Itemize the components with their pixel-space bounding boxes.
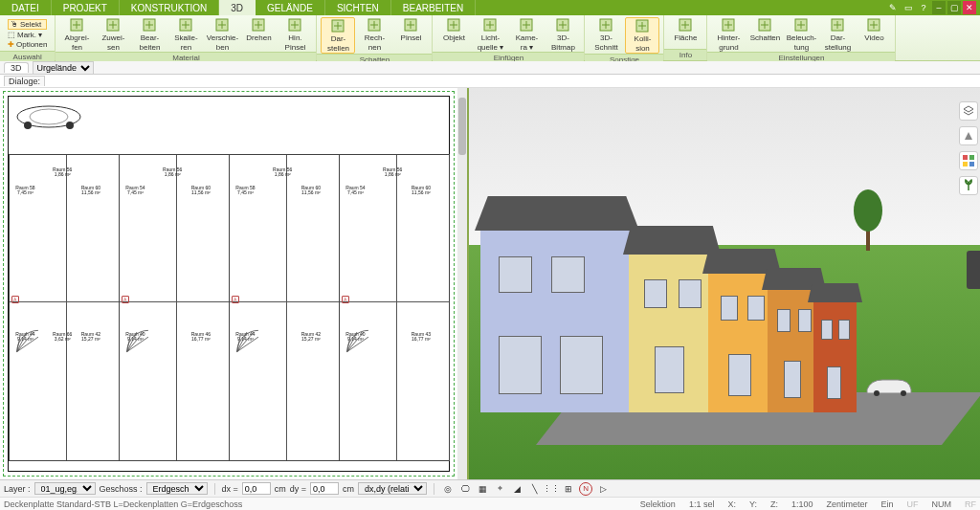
maximize-button[interactable]: ▢ [947, 1, 961, 14]
room-label: Raum 561,86 m² [383, 167, 402, 177]
dx-input[interactable] [242, 482, 271, 495]
ribbon-einfuegen-kame[interactable]: Kame-ra ▾ [509, 17, 544, 52]
ribbon-material-verschie[interactable]: Verschie-ben [205, 17, 239, 52]
ribbon-group-info: Info [664, 49, 706, 60]
circle-n-icon[interactable]: N [579, 482, 592, 496]
svg-point-28 [874, 390, 880, 396]
status-x: X: [727, 499, 736, 509]
room-label: Raum 663,62 m² [53, 332, 72, 342]
side-pulltab[interactable] [967, 251, 980, 289]
house-3 [768, 290, 820, 412]
selekt-button[interactable]: 🖱Selekt [8, 19, 47, 30]
stair-icon [125, 301, 158, 381]
ruler-icon[interactable]: ╲ [527, 482, 541, 496]
grid2-icon[interactable]: ⊞ [562, 482, 575, 496]
house-1 [629, 255, 715, 412]
monitor-icon[interactable]: 🖵 [458, 482, 472, 496]
mark-button[interactable]: ⬚Mark. ▾ [8, 31, 47, 39]
ribbon-einfuegen-licht[interactable]: Licht-quelle ▾ [473, 17, 507, 52]
snap-icon[interactable]: ⌖ [493, 482, 506, 496]
status-rf: RF [965, 499, 976, 509]
ribbon-info-flche[interactable]: Fläche [668, 17, 702, 49]
ribbon-einstellungen-video[interactable]: Video [857, 17, 891, 52]
ribbon-einstellungen-beleuch[interactable]: Beleuch-tung [784, 17, 818, 52]
pane-3d-view[interactable] [469, 88, 980, 479]
ribbon-sonstige-kolli[interactable]: Kolli-sion [625, 17, 659, 54]
room-label: Raum 4215,27 m² [81, 332, 100, 342]
ribbon-schatten-pinsel[interactable]: Pinsel [393, 17, 428, 54]
ribbon-einfuegen-d[interactable]: 3D-Bitmap [546, 17, 580, 52]
ribbon-material-hin[interactable]: Hin.Pinsel [278, 17, 312, 52]
ribbon-einstellungen-schatten[interactable]: Schatten [747, 17, 782, 52]
tool-icon[interactable]: ▭ [902, 1, 915, 14]
menu-sichten[interactable]: SICHTEN [325, 0, 391, 15]
menu-3d[interactable]: 3D [219, 0, 256, 15]
ribbon-icon [69, 17, 84, 33]
ribbon-icon [367, 17, 382, 33]
status-z: Z: [770, 499, 778, 509]
minimize-button[interactable]: – [932, 1, 946, 14]
close-button[interactable]: ✕ [963, 1, 976, 14]
ribbon-einstellungen-hinter[interactable]: Hinter-grund [711, 17, 746, 52]
dock-plant-icon[interactable] [959, 176, 978, 195]
layer-select[interactable]: 01_ug,eg,og [34, 482, 96, 495]
car-symbol [14, 102, 83, 131]
status-y: Y: [749, 499, 757, 509]
target-icon[interactable]: ◎ [441, 482, 455, 496]
room-label: Raum 6011,56 m² [81, 186, 100, 195]
menu-projekt[interactable]: PROJEKT [52, 0, 120, 15]
question-icon[interactable]: ? [917, 1, 930, 14]
grid-icon[interactable]: ▦ [476, 482, 489, 496]
dock-swatches-icon[interactable] [959, 151, 978, 170]
dy-input[interactable] [310, 482, 339, 495]
ribbon-sonstige-d[interactable]: 3D-Schnitt [589, 17, 623, 54]
menu-gelände[interactable]: GELÄNDE [256, 0, 325, 15]
house-0 [480, 231, 634, 412]
house-4 [813, 302, 857, 412]
tab-3d[interactable]: 3D [4, 62, 29, 73]
ribbon-icon [178, 17, 193, 33]
ribbon-icon [446, 17, 461, 33]
ribbon-icon [482, 17, 498, 33]
pane-2d-floorplan[interactable]: Raum 587,45 m²Raum 561,86 m²Raum 6011,56… [0, 88, 469, 479]
room-label: Raum 6011,56 m² [412, 186, 431, 195]
dxdy-mode[interactable]: dx,dy (relativ ka [358, 482, 427, 495]
optionen-button[interactable]: ✚Optionen [8, 40, 47, 49]
ribbon-icon [142, 17, 157, 33]
geschoss-select[interactable]: Erdgeschos [146, 482, 208, 495]
ribbon-einfuegen-objekt[interactable]: Objekt [436, 17, 471, 52]
menu-datei[interactable]: DATEI [0, 0, 52, 15]
svg-rect-31 [969, 155, 974, 160]
help-icon[interactable]: ✎ [886, 1, 900, 14]
scrollbar-2d[interactable] [457, 88, 467, 479]
ribbon-material-bear[interactable]: Bear-beiten [132, 17, 167, 52]
dots-icon[interactable]: ⋮⋮ [545, 482, 558, 496]
menu-bearbeiten[interactable]: BEARBEITEN [391, 0, 476, 15]
ribbon-material-skalie[interactable]: Skalie-ren [168, 17, 203, 52]
terrain-select[interactable]: Urgelände [33, 61, 94, 75]
stair-icon [235, 301, 268, 381]
ribbon-material-drehen[interactable]: Drehen [241, 17, 276, 52]
play-icon[interactable]: ▷ [596, 482, 610, 496]
status-bar: Deckenplatte Standard-STB L=Deckenplatte… [0, 497, 980, 510]
ribbon-material-abgrei[interactable]: Abgrei-fen [59, 17, 94, 52]
window-controls: ✎ ▭ ? – ▢ ✕ [886, 0, 980, 15]
menu-konstruktion[interactable]: KONSTRUKTION [120, 0, 219, 15]
ribbon-material-zuwei[interactable]: Zuwei-sen [96, 17, 130, 52]
ribbon-schatten-rech[interactable]: Rech-nen [357, 17, 391, 54]
dy-label: dy = [290, 484, 306, 494]
ribbon-einstellungen-dar[interactable]: Dar-stellung [820, 17, 855, 52]
room-label: Raum 4215,27 m² [301, 332, 321, 342]
workspace: Raum 587,45 m²Raum 561,86 m²Raum 6011,56… [0, 88, 980, 479]
status-num: NUM [932, 499, 952, 509]
ribbon-icon [866, 17, 881, 33]
angle-icon[interactable]: ◢ [510, 482, 523, 496]
svg-point-25 [66, 122, 74, 129]
ribbon-icon [105, 17, 121, 33]
dock-layers-icon[interactable] [959, 101, 978, 121]
dx-label: dx = [222, 484, 238, 494]
terrace [230, 460, 339, 479]
ribbon-schatten-dar[interactable]: Dar-stellen [321, 17, 355, 54]
dock-render-icon[interactable] [959, 126, 978, 145]
status-ein: Ein [880, 499, 893, 509]
